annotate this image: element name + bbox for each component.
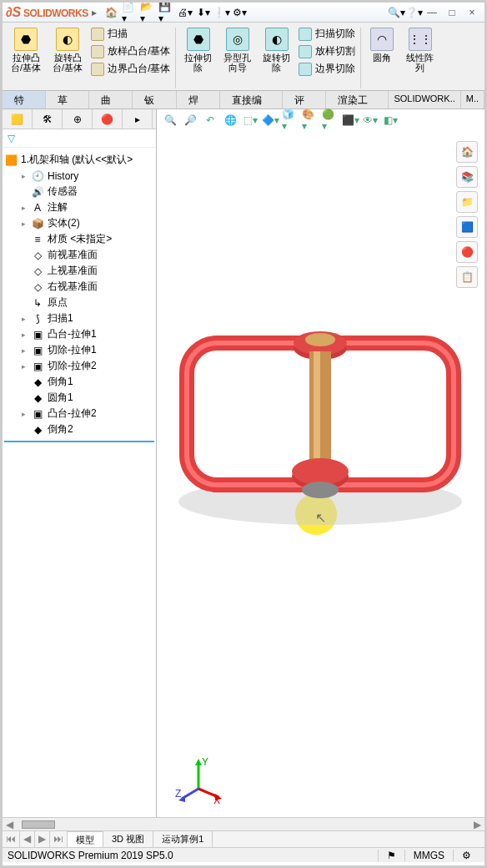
revolve-boss-button[interactable]: ◐旋转凸 台/基体 bbox=[48, 26, 88, 90]
tree-root[interactable]: 🟧 1.机架和轴 (默认<<默认> bbox=[4, 151, 154, 169]
status-units[interactable]: MMGS bbox=[404, 850, 453, 861]
tree-item[interactable]: ◇右视基准面 bbox=[4, 279, 154, 295]
boundary-boss-button[interactable]: 边界凸台/基体 bbox=[89, 61, 172, 77]
tree-item[interactable]: ▸▣凸台-拉伸2 bbox=[4, 406, 154, 421]
options-icon[interactable]: ❕▾ bbox=[213, 4, 230, 21]
revolve-cut-button[interactable]: ◐旋转切 除 bbox=[258, 26, 295, 90]
view-triad[interactable]: Y X Z bbox=[173, 755, 223, 805]
display-style-icon[interactable]: 🔷▾ bbox=[262, 112, 279, 129]
property-tab-icon[interactable]: 🛠 bbox=[33, 109, 63, 129]
tab-sheetmetal[interactable]: 钣金 bbox=[133, 91, 176, 108]
resources-icon[interactable]: 🏠 bbox=[456, 141, 478, 163]
tab-last-icon[interactable]: ⏭ bbox=[50, 831, 68, 847]
expand-icon[interactable]: ▸ bbox=[19, 204, 28, 212]
new-icon[interactable]: 📄▾ bbox=[122, 4, 138, 21]
tab-m[interactable]: M.. bbox=[461, 91, 484, 108]
horizontal-scrollbar[interactable]: ◀ ▶ bbox=[3, 817, 484, 830]
loft-cut-button[interactable]: 放样切割 bbox=[297, 43, 357, 59]
tree-item[interactable]: ▸▣凸台-拉伸1 bbox=[4, 326, 154, 342]
undo-icon[interactable]: ⬇▾ bbox=[195, 4, 212, 21]
scrollbar-thumb[interactable] bbox=[22, 820, 55, 829]
expand-icon[interactable] bbox=[19, 426, 28, 434]
tab-model[interactable]: 模型 bbox=[68, 831, 103, 847]
tree-item[interactable]: ▸🕘History bbox=[4, 169, 154, 184]
tree-item[interactable]: ▸▣切除-拉伸1 bbox=[4, 342, 154, 358]
status-gear-icon[interactable]: ⚙ bbox=[453, 850, 479, 861]
scroll-right-icon[interactable]: ▶ bbox=[470, 819, 484, 830]
status-flag-icon[interactable]: ⚑ bbox=[378, 850, 404, 861]
expand-icon[interactable] bbox=[19, 378, 28, 386]
appearance-tab-icon[interactable]: 🔴 bbox=[93, 109, 123, 129]
maximize-button[interactable]: □ bbox=[443, 5, 461, 20]
tab-prev-icon[interactable]: ◀ bbox=[20, 831, 35, 847]
app-menu-dropdown[interactable]: ▸ bbox=[92, 7, 97, 18]
file-explorer-icon[interactable]: 📁 bbox=[456, 191, 478, 213]
tree-item[interactable]: ◆倒角1 bbox=[4, 374, 154, 390]
extrude-cut-button[interactable]: ⬣拉伸切 除 bbox=[179, 26, 217, 90]
tree-tab-icon[interactable]: 🟨 bbox=[3, 109, 33, 129]
fillet-button[interactable]: ◠圆角 bbox=[364, 26, 399, 90]
expand-icon[interactable] bbox=[19, 394, 28, 402]
orient-icon[interactable]: ⬚▾ bbox=[242, 112, 259, 129]
expand-icon[interactable] bbox=[19, 235, 28, 244]
expand-icon[interactable]: ▸ bbox=[19, 362, 28, 371]
help-icon[interactable]: ❔▾ bbox=[405, 7, 423, 18]
scroll-left-icon[interactable]: ◀ bbox=[3, 819, 17, 830]
tree-item[interactable]: ↳原点 bbox=[4, 295, 154, 310]
expand-icon[interactable]: ▸ bbox=[19, 410, 28, 418]
settings-icon[interactable]: ⚙▾ bbox=[232, 4, 249, 21]
close-button[interactable]: × bbox=[463, 5, 481, 20]
tree-item[interactable]: ▸A注解 bbox=[4, 199, 154, 215]
tab-sketch[interactable]: 草图 bbox=[46, 91, 89, 108]
expand-icon[interactable]: ▸ bbox=[19, 220, 28, 228]
expand-icon[interactable] bbox=[19, 299, 28, 307]
appearances-icon[interactable]: 🔴 bbox=[456, 241, 478, 263]
tab-weldment[interactable]: 焊件 bbox=[177, 91, 220, 108]
hide-show-icon[interactable]: 🧊▾ bbox=[282, 112, 299, 129]
sweep-cut-button[interactable]: 扫描切除 bbox=[297, 26, 357, 42]
apply-scene-icon[interactable]: ⬛▾ bbox=[342, 112, 359, 129]
viewport[interactable]: 🔍 🔎 ↶ 🌐 ⬚▾ 🔷▾ 🧊▾ 🎨▾ 🟢▾ ⬛▾ 👁▾ ◧▾ 🏠 📚 📁 🟦 … bbox=[157, 109, 484, 817]
config-tab-icon[interactable]: ⊕ bbox=[63, 109, 93, 129]
print-icon[interactable]: 🖨▾ bbox=[177, 4, 193, 21]
prev-view-icon[interactable]: ↶ bbox=[202, 112, 218, 129]
zoom-window-icon[interactable]: 🔎 bbox=[182, 112, 198, 129]
expand-icon[interactable]: ▸ bbox=[19, 331, 28, 339]
tab-3dview[interactable]: 3D 视图 bbox=[103, 831, 153, 847]
view-palette-icon[interactable]: 🟦 bbox=[456, 216, 478, 238]
view-settings-icon[interactable]: 👁▾ bbox=[362, 112, 379, 129]
section-icon[interactable]: 🌐 bbox=[222, 112, 238, 129]
more-tab-icon[interactable]: ▸ bbox=[123, 109, 153, 129]
expand-icon[interactable] bbox=[19, 267, 28, 275]
open-icon[interactable]: 📂▾ bbox=[140, 4, 157, 21]
tree-item[interactable]: ◇上视基准面 bbox=[4, 263, 154, 279]
tree-item[interactable]: ▸▣切除-拉伸2 bbox=[4, 358, 154, 374]
tab-solidworks[interactable]: SOLIDWORK.. bbox=[389, 91, 460, 108]
expand-icon[interactable]: ▸ bbox=[19, 346, 28, 355]
tab-next-icon[interactable]: ▶ bbox=[35, 831, 50, 847]
tab-directedit[interactable]: 直接编辑 bbox=[220, 91, 283, 108]
search-icon[interactable]: 🔍▾ bbox=[388, 7, 405, 18]
expand-icon[interactable] bbox=[19, 188, 28, 196]
save-icon[interactable]: 💾▾ bbox=[158, 4, 175, 21]
expand-icon[interactable]: ▸ bbox=[19, 315, 28, 323]
tab-evaluate[interactable]: 评估 bbox=[283, 91, 326, 108]
tab-surface[interactable]: 曲面 bbox=[89, 91, 133, 108]
tree-item[interactable]: ◆倒角2 bbox=[4, 421, 154, 437]
tab-first-icon[interactable]: ⏮ bbox=[3, 831, 20, 847]
extrude-boss-button[interactable]: ⬣拉伸凸 台/基体 bbox=[6, 26, 46, 90]
expand-icon[interactable]: ▸ bbox=[19, 172, 28, 180]
boundary-cut-button[interactable]: 边界切除 bbox=[297, 61, 357, 77]
tree-item[interactable]: ◆圆角1 bbox=[4, 390, 154, 406]
tree-item[interactable]: ≡材质 <未指定> bbox=[4, 231, 154, 247]
sweep-button[interactable]: 扫描 bbox=[89, 26, 172, 42]
expand-icon[interactable] bbox=[19, 251, 28, 260]
tree-item[interactable]: ▸📦实体(2) bbox=[4, 215, 154, 231]
scene-icon[interactable]: 🎨▾ bbox=[302, 112, 319, 129]
hole-wizard-button[interactable]: ◎异型孔 向导 bbox=[218, 26, 256, 90]
zoom-icon[interactable]: 🔍 bbox=[162, 112, 178, 129]
filter-bar[interactable]: ▽ bbox=[3, 129, 156, 148]
minimize-button[interactable]: — bbox=[423, 5, 441, 20]
linear-pattern-button[interactable]: ⋮⋮线性阵 列 bbox=[401, 26, 439, 90]
tab-render[interactable]: 渲染工具 bbox=[326, 91, 389, 108]
